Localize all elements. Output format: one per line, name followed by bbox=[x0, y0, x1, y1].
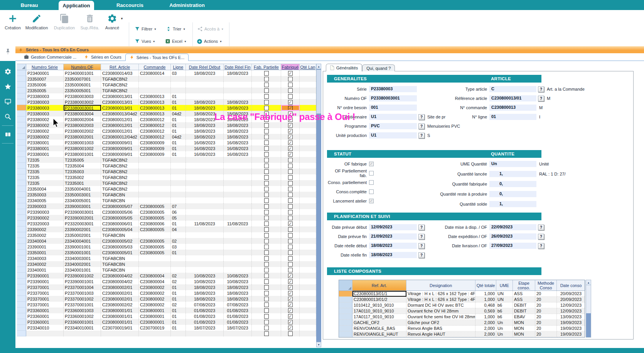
select-all-corner[interactable] bbox=[339, 280, 352, 291]
checkbox[interactable] bbox=[264, 175, 269, 180]
checkbox[interactable] bbox=[264, 169, 269, 174]
table-row[interactable]: P23370001P23370001003C230800002/01C23080… bbox=[17, 290, 316, 296]
column-header[interactable]: Date conso bbox=[557, 280, 585, 291]
field-value[interactable]: C230800013/01 bbox=[489, 95, 536, 101]
actions-button[interactable]: Actions ▼ bbox=[197, 38, 222, 45]
checkbox[interactable] bbox=[264, 77, 269, 81]
checkbox[interactable]: ✓ bbox=[288, 106, 293, 110]
checkbox[interactable] bbox=[264, 331, 269, 336]
field-value[interactable]: C bbox=[489, 86, 536, 92]
checkbox[interactable] bbox=[264, 204, 269, 209]
checkbox[interactable] bbox=[264, 88, 269, 93]
checkbox[interactable] bbox=[288, 187, 293, 191]
table-row[interactable]: 2339000123390001001C230800005/03C2308000… bbox=[17, 244, 316, 250]
checkbox[interactable] bbox=[264, 250, 269, 255]
column-header[interactable]: Etape conso. bbox=[513, 280, 535, 291]
help-button[interactable]: ? bbox=[538, 234, 544, 240]
creation-button[interactable]: Création bbox=[2, 12, 24, 36]
table-row[interactable]: 2334000223340002001TGFABCBN bbox=[17, 261, 316, 267]
checkbox[interactable] bbox=[288, 210, 293, 215]
checkbox[interactable]: ✓ bbox=[288, 314, 293, 319]
checkbox[interactable] bbox=[288, 88, 293, 93]
checkbox[interactable] bbox=[288, 239, 293, 243]
checkbox[interactable] bbox=[264, 94, 269, 99]
checkbox[interactable]: ✓ bbox=[288, 146, 293, 151]
table-row[interactable]: T2335T2335005TGFABCBN2 bbox=[17, 157, 316, 163]
tab-gestion-commerciale[interactable]: Gestion Commerciale ... bbox=[20, 53, 80, 61]
table-row[interactable]: P23370001P23370001002C230800002/01C23080… bbox=[17, 296, 316, 302]
tab-series-en-cours[interactable]: Séries en Cours bbox=[80, 53, 125, 61]
scroll-up-icon[interactable]: ▲ bbox=[586, 280, 591, 285]
checkbox[interactable] bbox=[288, 158, 293, 162]
checkbox[interactable] bbox=[264, 164, 269, 168]
composant-row[interactable]: 1010412_9010_9010Dormant DC HI OV avec B… bbox=[339, 302, 585, 308]
checkbox[interactable]: ✓ bbox=[288, 320, 293, 324]
tab-series-tous-les-ofs[interactable]: Séries - Tous les OFs E... bbox=[125, 54, 189, 61]
checkbox[interactable] bbox=[264, 193, 269, 197]
checkbox[interactable] bbox=[288, 250, 293, 255]
field-value[interactable]: P23380003 bbox=[369, 86, 417, 92]
checkbox[interactable] bbox=[264, 210, 269, 215]
field-value[interactable]: U1 bbox=[369, 132, 417, 138]
checkbox[interactable]: ✓ bbox=[288, 279, 293, 284]
column-header[interactable]: Qté totale bbox=[475, 280, 496, 291]
column-header[interactable]: Numéro OF bbox=[64, 64, 101, 70]
table-row[interactable]: 2334000123340001001TGFABCBN bbox=[17, 267, 316, 273]
field-value[interactable]: 0, bbox=[489, 181, 536, 187]
scroll-down-icon[interactable]: ▼ bbox=[316, 342, 321, 347]
field-value[interactable]: 18/08/2023 bbox=[369, 243, 417, 249]
table-row[interactable]: P23370001P23370001004C230800002/01C23080… bbox=[17, 284, 316, 290]
field-value[interactable]: 22/09/2023 bbox=[489, 224, 536, 230]
table-row[interactable]: P23390001P23390001002C230800004/02C23080… bbox=[17, 273, 316, 279]
column-header[interactable]: Ligne bbox=[171, 64, 186, 70]
column-header[interactable]: Date Réel Fin bbox=[224, 64, 252, 70]
checkbox[interactable]: ✓ bbox=[288, 285, 293, 290]
checkbox[interactable] bbox=[288, 175, 293, 180]
checkbox[interactable] bbox=[288, 245, 293, 249]
table-row[interactable]: T2335T2335002TGFABCBN2 bbox=[17, 174, 316, 180]
checkbox[interactable] bbox=[264, 187, 269, 191]
table-row[interactable]: P23390003P23390003001C230800005/06C23080… bbox=[17, 209, 316, 215]
checkbox[interactable]: ✓ bbox=[288, 71, 293, 76]
composant-row[interactable]: GACHE_OF2Gâche pour OF22,000UnMON2019/09… bbox=[339, 320, 585, 326]
checkbox[interactable] bbox=[264, 198, 269, 203]
checkbox[interactable] bbox=[264, 308, 269, 313]
checkbox[interactable] bbox=[288, 77, 293, 81]
table-row[interactable]: P23380003P23380003003C230800013/01C23080… bbox=[17, 93, 316, 99]
help-button[interactable]: ? bbox=[418, 133, 425, 138]
checkbox[interactable] bbox=[264, 71, 269, 76]
scrollbar-thumb[interactable] bbox=[316, 69, 321, 114]
tab-qui-quand[interactable]: Qui, quand ? bbox=[362, 64, 395, 71]
checkbox[interactable] bbox=[264, 279, 269, 284]
checkbox[interactable] bbox=[264, 129, 269, 133]
column-header[interactable]: Qté Lan bbox=[300, 64, 316, 70]
checkbox[interactable]: ✓ bbox=[288, 123, 293, 128]
checkbox[interactable] bbox=[264, 314, 269, 319]
field-value[interactable]: P23380003001 bbox=[369, 95, 417, 101]
field-value[interactable]: 1, bbox=[489, 201, 536, 207]
table-row[interactable]: P23380002P23380002002C230800012/01C23080… bbox=[17, 128, 316, 134]
checkbox[interactable] bbox=[264, 302, 269, 307]
menu-tab-raccourcis[interactable]: Raccourcis bbox=[94, 0, 166, 10]
column-header[interactable]: Commande bbox=[139, 64, 171, 70]
checkbox[interactable] bbox=[288, 268, 293, 272]
checkbox[interactable] bbox=[264, 326, 269, 330]
checkbox[interactable] bbox=[264, 83, 269, 87]
table-row[interactable]: P23320003P23320003001C230800006/01C23080… bbox=[17, 221, 316, 226]
checkbox[interactable]: ✓ bbox=[369, 199, 374, 203]
scroll-up-icon[interactable]: ▲ bbox=[316, 64, 321, 69]
checkbox[interactable]: ✓ bbox=[288, 152, 293, 157]
column-header[interactable]: Numéro Série bbox=[26, 64, 64, 70]
composant-row[interactable]: 17A0117_9010_9010Ouvrant fiche semi fixe… bbox=[339, 314, 585, 320]
checkbox[interactable] bbox=[264, 135, 269, 139]
checkbox[interactable] bbox=[288, 256, 293, 261]
checkbox[interactable] bbox=[264, 268, 269, 272]
menu-tab-bureau[interactable]: Bureau bbox=[0, 0, 59, 10]
help-button[interactable]: ? bbox=[538, 225, 544, 230]
help-button[interactable]: ? bbox=[538, 243, 544, 249]
checkbox[interactable] bbox=[288, 164, 293, 168]
checkbox[interactable] bbox=[288, 233, 293, 238]
checkbox[interactable] bbox=[264, 123, 269, 128]
checkbox[interactable] bbox=[288, 262, 293, 267]
menu-tab-administration[interactable]: Administration bbox=[166, 0, 208, 10]
